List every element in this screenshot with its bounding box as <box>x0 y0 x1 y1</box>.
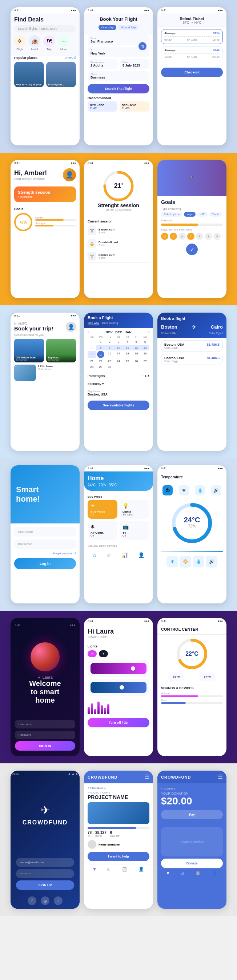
flight-opt-0[interactable]: Boston, USA $1,486.5 Cairo, Egypt <box>161 340 223 352</box>
exercise-1[interactable]: 💪 Dumbbell curl 3 sets <box>87 237 150 250</box>
workout-card[interactable]: Strength session 4 exercises <box>14 186 76 202</box>
big-card-0[interactable]: Cliff deluxe hotel Somewhere <box>14 339 44 363</box>
tab-roundtrip[interactable]: Round Trip <box>119 25 138 30</box>
cf-twitter-icon[interactable]: t <box>54 896 62 905</box>
sound-track-0[interactable] <box>161 695 223 697</box>
cf-email-field[interactable]: name@email.com <box>16 858 74 867</box>
cf-donate-btn[interactable]: Donate <box>161 859 223 868</box>
day-M[interactable]: M <box>161 233 168 240</box>
forgot-password-link[interactable]: Forget password? <box>14 552 76 555</box>
tab-more[interactable]: ⋯ More <box>58 35 70 51</box>
temp-dev-3[interactable]: 🔊 <box>211 485 221 495</box>
exercise-0[interactable]: 🏋 Barbell curl 3 sets <box>87 224 150 237</box>
cf-blue-nav-grid[interactable]: ⊞ <box>180 870 184 876</box>
tag-2[interactable]: HIIT <box>197 212 208 216</box>
laura-password[interactable]: Password <box>15 731 75 739</box>
cf-nav-user[interactable]: 👤 <box>138 867 144 872</box>
date-field[interactable]: Date 5 July 2023 <box>119 59 150 69</box>
day-S1[interactable]: S <box>205 233 212 240</box>
nav-home-icon[interactable]: ⌂ <box>93 552 95 558</box>
lights-dark[interactable]: ● <box>99 650 108 657</box>
tag-3[interactable]: Cardio <box>209 212 223 216</box>
cf-nav-grid[interactable]: ⊞ <box>107 867 110 872</box>
cf-back-projects[interactable]: < PROJECTS <box>87 786 150 789</box>
ctrl-btn-2[interactable]: 💧 <box>192 556 204 568</box>
cf-nav-list[interactable]: 📋 <box>122 867 127 872</box>
temp-dev-0[interactable]: ⏻ <box>162 485 173 495</box>
cal-tab-1[interactable]: Date picking <box>102 321 118 325</box>
day-F[interactable]: F <box>196 233 203 240</box>
nav-profile-icon[interactable]: 👤 <box>138 552 144 558</box>
rec-card-1[interactable]: SFC - NYC $1,493 <box>119 102 150 111</box>
smart-login-btn[interactable]: Log In <box>14 558 76 569</box>
search-flight-btn[interactable]: Search The Flight <box>87 84 150 94</box>
ctrl-btn-0[interactable]: ❄ <box>167 556 178 568</box>
nav-stats-icon[interactable]: 📊 <box>121 552 127 558</box>
day-T1[interactable]: T <box>170 233 177 240</box>
cf-login-btn[interactable]: SIGN UP <box>16 880 74 890</box>
cf-blue-nav-list[interactable]: 📋 <box>195 870 200 876</box>
lights-purple[interactable]: ● <box>87 650 97 657</box>
ctrl-btn-1[interactable]: 🔆 <box>180 556 191 568</box>
ticket-item-1[interactable]: Airways $146 18:30 5h 10m 23:40 <box>161 46 223 61</box>
cal-from-field[interactable]: Flight from Boston, USA <box>84 388 153 398</box>
sound-track-1[interactable] <box>161 702 223 704</box>
tab-oneway[interactable]: One Way <box>99 25 116 30</box>
checkout-btn[interactable]: Checkout <box>161 68 223 77</box>
view-all-link[interactable]: View All <box>65 56 76 60</box>
nav-devices-icon[interactable]: ⊞ <box>107 552 111 558</box>
cf-menu-icon[interactable]: ☰ <box>144 773 150 780</box>
swap-icon[interactable]: ⇅ <box>138 42 146 50</box>
place-brooklyn[interactable]: Brooklyn ba... <box>46 62 76 87</box>
ticket-item-0[interactable]: Airways $224 09:30 6h 15m 15:45 <box>161 29 223 44</box>
checkmark-icon[interactable]: ✓ <box>186 243 198 255</box>
see-flights-btn[interactable]: See available flights <box>87 401 150 410</box>
device-0[interactable]: ☀ Buy Props On <box>87 500 118 519</box>
cf-blue-nav-user[interactable]: 👤 <box>212 870 217 876</box>
laura-username[interactable]: Username <box>15 720 75 729</box>
cf-help-btn[interactable]: I want to help <box>87 852 150 861</box>
cal-next-icon[interactable]: › <box>148 331 150 334</box>
trip-card-small[interactable]: Little town Somewhere <box>14 364 76 381</box>
tag-1[interactable]: Yoga <box>184 212 196 216</box>
smart-password-field[interactable]: Password <box>14 539 76 549</box>
cf-nav-heart[interactable]: ♥ <box>93 867 95 872</box>
tab-flight[interactable]: ✈ Flight <box>14 35 26 51</box>
tab-trip[interactable]: 🗺 Trip <box>43 35 55 51</box>
day-S2[interactable]: S <box>213 233 221 240</box>
tag-0[interactable]: Select up to 4 <box>161 212 183 216</box>
lights-slider-1[interactable] <box>91 682 146 693</box>
ctrl-btn-3[interactable]: 🔊 <box>206 556 217 568</box>
class-field[interactable]: Class Business <box>87 71 150 81</box>
temp-dev-2[interactable]: 💧 <box>195 485 205 495</box>
cal-prev-icon[interactable]: ‹ <box>87 331 89 334</box>
exercise-2[interactable]: 🏋 Barbell curl 3 sets <box>87 250 150 263</box>
place-nyc[interactable]: New York city skyline <box>14 62 44 87</box>
temp-slider[interactable] <box>161 551 223 552</box>
temp-dev-1[interactable]: ❄ <box>179 485 189 495</box>
cal-tab-0[interactable]: One way <box>87 321 99 325</box>
lights-slider-0[interactable] <box>91 663 146 674</box>
laura-signin-btn[interactable]: SIGN IN <box>15 741 75 751</box>
rec-card-0[interactable]: NYC - SFC $1,421 <box>87 102 118 111</box>
device-1[interactable]: 💡 Lights 3/5 lights <box>119 500 150 519</box>
cal-passengers-stepper[interactable]: − 1 + <box>142 374 150 378</box>
cf-instagram-icon[interactable]: ◎ <box>41 896 49 905</box>
cal-class-field[interactable]: Economy ▾ <box>84 380 153 388</box>
cf-password-field[interactable]: •••••••••• <box>16 869 74 878</box>
cf-facebook-icon[interactable]: f <box>28 896 37 905</box>
cf-donation-menu-icon[interactable]: ☰ <box>218 773 223 780</box>
device-2[interactable]: ❄ Air Cond. Off <box>87 521 118 540</box>
tab-hotel[interactable]: 🏨 Hotel <box>29 35 40 51</box>
smart-username-field[interactable]: Username <box>14 527 76 536</box>
day-T2[interactable]: T <box>187 233 194 240</box>
cf-blue-nav-heart[interactable]: ♥ <box>167 870 169 876</box>
passengers-field[interactable]: Passengers 2 Adults <box>87 59 118 69</box>
day-W[interactable]: W <box>178 233 186 240</box>
device-3[interactable]: 📺 TV On <box>119 521 150 540</box>
flight-opt-1[interactable]: Boston, USA $1,486.5 Cairo, Egypt <box>161 354 223 365</box>
cf-pay-btn[interactable]: Pay <box>161 810 223 819</box>
cf-back-donate[interactable]: < DONATE <box>161 787 223 790</box>
search-bar[interactable]: Search flights, hotels, tours <box>14 25 76 32</box>
big-card-1[interactable]: Big Moun... Somewhere <box>46 339 76 363</box>
